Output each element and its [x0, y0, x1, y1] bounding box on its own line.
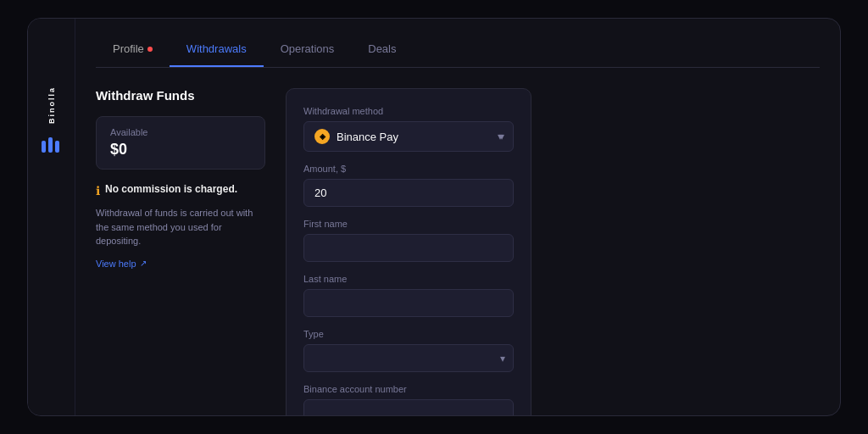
tabs-bar: Profile Withdrawals Operations Deals	[96, 19, 820, 68]
amount-input[interactable]	[303, 179, 514, 207]
right-panel: Withdrawal method ◈ Binance Pay ▾ Amount…	[286, 88, 531, 416]
tab-deals[interactable]: Deals	[351, 32, 413, 67]
view-help-link[interactable]: View help ↗	[96, 259, 265, 269]
chevron-down-icon: ▾	[498, 131, 503, 142]
amount-group: Amount, $	[303, 164, 514, 207]
account-number-label: Binance account number	[303, 384, 514, 394]
available-value: $0	[110, 141, 251, 159]
type-select-wrapper	[303, 344, 514, 372]
info-title: No commission is charged.	[105, 183, 237, 195]
type-label: Type	[303, 329, 514, 339]
tab-profile[interactable]: Profile	[96, 32, 170, 67]
info-body-text: Withdrawal of funds is carried out with …	[96, 206, 265, 248]
account-number-input[interactable]	[303, 399, 514, 416]
main-container: Binolla Profile Withdrawals Operations D…	[27, 18, 841, 416]
last-name-group: Last name	[303, 274, 514, 317]
first-name-input[interactable]	[303, 234, 514, 262]
logo-text: Binolla	[47, 86, 56, 124]
page-body: Withdraw Funds Available $0 ℹ No commiss…	[96, 88, 820, 416]
svg-rect-0	[42, 141, 46, 153]
first-name-label: First name	[303, 219, 514, 229]
withdrawal-method-group: Withdrawal method ◈ Binance Pay ▾	[303, 106, 514, 152]
profile-dot	[147, 47, 153, 52]
external-link-icon: ↗	[140, 259, 147, 268]
available-label: Available	[110, 127, 251, 137]
type-select[interactable]	[303, 344, 514, 372]
first-name-group: First name	[303, 219, 514, 262]
sidebar: Binolla	[28, 19, 75, 415]
withdrawal-method-label: Withdrawal method	[303, 106, 514, 116]
main-content: Profile Withdrawals Operations Deals Wit…	[75, 19, 840, 415]
amount-label: Amount, $	[303, 164, 514, 174]
svg-rect-2	[55, 141, 59, 153]
type-group: Type	[303, 329, 514, 372]
tab-withdrawals[interactable]: Withdrawals	[170, 32, 264, 67]
binance-icon: ◈	[314, 129, 330, 144]
last-name-input[interactable]	[303, 289, 514, 317]
logo-icon	[40, 134, 64, 158]
withdrawal-method-select[interactable]: ◈ Binance Pay ▾	[303, 121, 514, 152]
info-box: ℹ No commission is charged. Withdrawal o…	[96, 183, 265, 269]
info-header: ℹ No commission is charged.	[96, 183, 265, 198]
svg-rect-1	[48, 137, 53, 153]
left-panel: Withdraw Funds Available $0 ℹ No commiss…	[96, 88, 265, 416]
binance-pay-text: Binance Pay	[337, 131, 491, 143]
available-card: Available $0	[96, 116, 265, 170]
page-title: Withdraw Funds	[96, 88, 265, 103]
sidebar-logo: Binolla	[40, 86, 64, 158]
info-icon: ℹ	[96, 184, 100, 198]
last-name-label: Last name	[303, 274, 514, 284]
tab-operations[interactable]: Operations	[264, 32, 352, 67]
account-number-group: Binance account number	[303, 384, 514, 416]
